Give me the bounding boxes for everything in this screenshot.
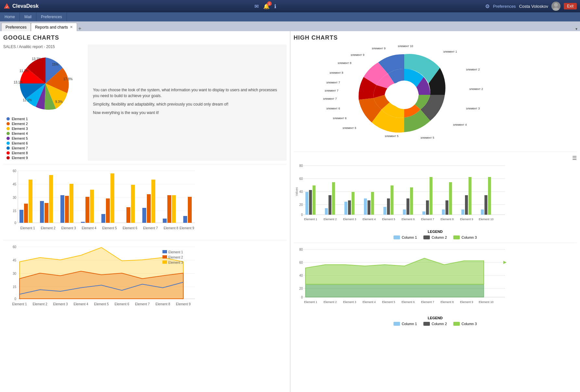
svg-text:элемент 2: элемент 2 [466,68,480,71]
sidebar-item-mail[interactable]: Mail [20,12,36,21]
svg-rect-142 [481,209,484,215]
svg-rect-38 [126,207,130,223]
exit-button[interactable]: Exit [564,3,577,9]
svg-text:12.1%: 12.1% [23,98,32,102]
browser-tab-preferences[interactable]: Preferences [1,23,31,31]
area-chart-section: 60 45 30 15 0 Element 1 Element 2 [3,244,287,322]
notification-bell[interactable]: 🔔 1 [263,3,270,9]
svg-text:элемент 7: элемент 7 [326,81,340,84]
svg-text:элемент 8: элемент 8 [329,71,343,74]
chart-menu-icon[interactable]: ☰ [572,155,577,161]
svg-rect-132 [410,187,413,215]
svg-text:элемент 1: элемент 1 [443,50,457,53]
svg-text:элемент 7: элемент 7 [325,89,338,92]
svg-text:13.1%: 13.1% [32,57,41,61]
svg-point-2 [554,3,558,7]
svg-text:Element 3: Element 3 [53,302,68,306]
svg-rect-30 [70,184,73,223]
svg-text:60: 60 [13,245,17,249]
svg-text:Element 6: Element 6 [401,218,415,221]
desc1: You can choose the look of the system, w… [93,87,281,99]
svg-text:Values: Values [295,187,298,196]
svg-rect-128 [387,198,390,215]
svg-rect-42 [151,180,155,223]
svg-text:Element 9: Element 9 [460,218,473,221]
browser-tab-reports[interactable]: Reports and charts ✕ [31,23,77,31]
svg-text:Element 2: Element 2 [32,302,47,306]
svg-rect-134 [426,200,429,215]
svg-text:60: 60 [13,169,17,173]
svg-text:элемент 6: элемент 6 [333,117,346,120]
logo-icon: ✓ [3,3,10,10]
svg-rect-133 [422,211,425,215]
svg-text:Element 8: Element 8 [163,226,178,230]
high-area-section: 80 60 40 20 0 Element 1 Element [294,246,577,329]
svg-text:9.3%: 9.3% [55,100,63,104]
svg-rect-28 [60,195,64,223]
svg-text:Element 9: Element 9 [460,300,473,304]
svg-rect-116 [309,190,312,215]
svg-text:Element 1: Element 1 [304,218,317,221]
settings-icon[interactable]: ⚙ [485,3,490,9]
svg-rect-131 [406,198,409,215]
tab-dropdown[interactable]: ▾ [575,27,577,31]
avatar[interactable] [551,2,561,11]
pie-chart-svg: 15% 17.8% 9.3% 12.1% 13.1% 11.2% 13.1% [3,51,88,116]
svg-rect-125 [367,200,370,215]
svg-text:элемент 8: элемент 8 [338,61,351,65]
high-area-chart-svg: 80 60 40 20 0 Element 1 Element [294,246,508,314]
svg-rect-39 [131,185,135,223]
svg-rect-25 [40,201,44,223]
svg-text:✓: ✓ [6,6,8,9]
svg-rect-144 [488,177,491,215]
description-box: You can choose the look of the system, w… [88,44,287,161]
svg-text:17.8%: 17.8% [63,77,72,81]
svg-text:элемент 5: элемент 5 [385,134,398,138]
svg-rect-43 [163,219,167,223]
nav-tabs: Home Mail Preferences [0,12,580,21]
topbar-right: ⚙ Preferences Costa Voloskov Exit [485,2,577,11]
svg-text:элемент 10: элемент 10 [398,44,413,48]
svg-rect-126 [371,192,374,215]
svg-text:Element 6: Element 6 [114,302,129,306]
svg-text:Element 5: Element 5 [382,218,395,221]
sidebar-item-preferences[interactable]: Preferences [36,12,67,21]
pie-container: SALES / Analitic report - 2015 [3,44,88,161]
help-icon[interactable]: ℹ [274,3,276,9]
preferences-link[interactable]: Preferences [493,4,516,9]
svg-text:13.1%: 13.1% [14,81,23,84]
svg-text:45: 45 [13,259,17,262]
svg-text:0: 0 [301,213,303,217]
svg-text:30: 30 [13,272,17,275]
google-charts-title: GOOGLE CHARTS [3,34,287,41]
svg-text:Element 5: Element 5 [94,302,109,306]
high-pie-svg: элемент 1 элемент 2 элемент 2 элемент 3 … [294,44,515,145]
svg-rect-31 [81,222,85,223]
tab-close-button[interactable]: ✕ [70,25,73,29]
svg-text:Element 9: Element 9 [179,226,194,230]
svg-text:Element 3: Element 3 [343,300,356,304]
svg-rect-138 [449,182,452,215]
pie-section: SALES / Analitic report - 2015 [3,44,287,164]
svg-text:Element 4: Element 4 [362,300,376,304]
high-bar-section: ☰ 80 60 40 20 0 Values [294,155,577,243]
desc3: Now everything is the way you want it! [93,110,281,116]
svg-rect-23 [24,204,28,223]
svg-rect-32 [85,197,89,223]
svg-text:60: 60 [299,177,303,181]
svg-text:0: 0 [14,221,16,225]
svg-rect-130 [403,209,406,215]
topbar-icons: ✉ 🔔 1 ℹ [45,3,485,9]
svg-text:Element 1: Element 1 [304,300,317,304]
svg-rect-140 [465,195,468,215]
sidebar-item-home[interactable]: Home [0,12,20,21]
svg-text:Element 9: Element 9 [176,302,190,306]
desc2: Simplicity, flexibility and adaptability… [93,101,281,107]
svg-rect-34 [101,214,105,223]
svg-text:элемент 6: элемент 6 [326,107,340,110]
add-tab-button[interactable]: + [78,26,81,31]
svg-text:45: 45 [13,183,17,186]
svg-text:элемент 3: элемент 3 [466,107,480,110]
mail-icon[interactable]: ✉ [254,3,259,9]
svg-rect-124 [364,198,367,215]
